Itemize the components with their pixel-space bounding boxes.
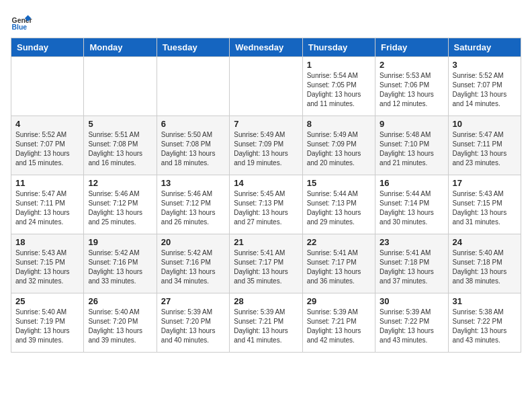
calendar-day-cell: 19Sunrise: 5:42 AM Sunset: 7:16 PM Dayli… xyxy=(84,234,157,293)
day-number: 24 xyxy=(453,237,517,247)
day-number: 23 xyxy=(380,237,443,247)
day-of-week-header: Sunday xyxy=(11,38,84,57)
calendar-day-cell: 16Sunrise: 5:44 AM Sunset: 7:14 PM Dayli… xyxy=(375,175,448,234)
calendar-day-cell: 13Sunrise: 5:46 AM Sunset: 7:12 PM Dayli… xyxy=(157,175,229,234)
calendar-day-cell: 28Sunrise: 5:39 AM Sunset: 7:21 PM Dayli… xyxy=(230,293,302,353)
day-detail: Sunrise: 5:39 AM Sunset: 7:22 PM Dayligh… xyxy=(380,308,443,345)
day-number: 22 xyxy=(307,237,371,247)
day-detail: Sunrise: 5:49 AM Sunset: 7:09 PM Dayligh… xyxy=(234,130,298,168)
calendar-day-cell: 21Sunrise: 5:41 AM Sunset: 7:17 PM Dayli… xyxy=(230,234,302,293)
day-detail: Sunrise: 5:45 AM Sunset: 7:13 PM Dayligh… xyxy=(234,189,298,227)
day-of-week-header: Wednesday xyxy=(230,38,302,57)
calendar-day-cell: 25Sunrise: 5:40 AM Sunset: 7:19 PM Dayli… xyxy=(11,293,84,353)
day-detail: Sunrise: 5:44 AM Sunset: 7:13 PM Dayligh… xyxy=(307,189,371,227)
calendar-header-row: SundayMondayTuesdayWednesdayThursdayFrid… xyxy=(11,38,521,57)
day-detail: Sunrise: 5:54 AM Sunset: 7:05 PM Dayligh… xyxy=(307,71,371,109)
day-detail: Sunrise: 5:43 AM Sunset: 7:15 PM Dayligh… xyxy=(453,189,517,227)
day-number: 16 xyxy=(380,178,443,188)
day-number: 17 xyxy=(453,178,517,188)
day-detail: Sunrise: 5:43 AM Sunset: 7:15 PM Dayligh… xyxy=(15,248,79,286)
day-detail: Sunrise: 5:53 AM Sunset: 7:06 PM Dayligh… xyxy=(380,71,443,109)
day-number: 6 xyxy=(161,119,225,129)
page-header: General Blue xyxy=(11,11,521,32)
calendar-day-cell: 31Sunrise: 5:38 AM Sunset: 7:22 PM Dayli… xyxy=(448,293,521,353)
calendar-week-row: 18Sunrise: 5:43 AM Sunset: 7:15 PM Dayli… xyxy=(11,234,521,293)
calendar-day-cell xyxy=(157,57,229,116)
day-detail: Sunrise: 5:40 AM Sunset: 7:20 PM Dayligh… xyxy=(88,308,152,345)
day-number: 11 xyxy=(15,178,79,188)
calendar-day-cell xyxy=(230,57,302,116)
day-number: 26 xyxy=(88,296,152,306)
day-detail: Sunrise: 5:48 AM Sunset: 7:10 PM Dayligh… xyxy=(380,130,443,168)
logo-icon: General Blue xyxy=(11,11,32,32)
day-detail: Sunrise: 5:41 AM Sunset: 7:18 PM Dayligh… xyxy=(380,248,443,286)
day-detail: Sunrise: 5:39 AM Sunset: 7:21 PM Dayligh… xyxy=(234,308,298,345)
calendar-day-cell: 10Sunrise: 5:47 AM Sunset: 7:11 PM Dayli… xyxy=(448,116,521,175)
day-detail: Sunrise: 5:41 AM Sunset: 7:17 PM Dayligh… xyxy=(307,248,371,286)
day-detail: Sunrise: 5:46 AM Sunset: 7:12 PM Dayligh… xyxy=(161,189,225,227)
calendar-day-cell: 27Sunrise: 5:39 AM Sunset: 7:20 PM Dayli… xyxy=(157,293,229,353)
day-of-week-header: Tuesday xyxy=(157,38,229,57)
day-of-week-header: Monday xyxy=(84,38,157,57)
day-number: 27 xyxy=(161,296,225,306)
calendar-day-cell: 9Sunrise: 5:48 AM Sunset: 7:10 PM Daylig… xyxy=(375,116,448,175)
day-number: 9 xyxy=(380,119,443,129)
day-detail: Sunrise: 5:44 AM Sunset: 7:14 PM Dayligh… xyxy=(380,189,443,227)
day-number: 15 xyxy=(307,178,371,188)
calendar-day-cell: 20Sunrise: 5:42 AM Sunset: 7:16 PM Dayli… xyxy=(157,234,229,293)
calendar-day-cell: 23Sunrise: 5:41 AM Sunset: 7:18 PM Dayli… xyxy=(375,234,448,293)
calendar-day-cell: 1Sunrise: 5:54 AM Sunset: 7:05 PM Daylig… xyxy=(302,57,375,116)
day-number: 7 xyxy=(234,119,298,129)
day-number: 28 xyxy=(234,296,298,306)
day-number: 5 xyxy=(88,119,152,129)
calendar-day-cell: 29Sunrise: 5:39 AM Sunset: 7:21 PM Dayli… xyxy=(302,293,375,353)
calendar-day-cell: 3Sunrise: 5:52 AM Sunset: 7:07 PM Daylig… xyxy=(448,57,521,116)
day-of-week-header: Saturday xyxy=(448,38,521,57)
calendar-day-cell: 30Sunrise: 5:39 AM Sunset: 7:22 PM Dayli… xyxy=(375,293,448,353)
day-number: 18 xyxy=(15,237,79,247)
calendar-day-cell: 12Sunrise: 5:46 AM Sunset: 7:12 PM Dayli… xyxy=(84,175,157,234)
calendar-day-cell: 15Sunrise: 5:44 AM Sunset: 7:13 PM Dayli… xyxy=(302,175,375,234)
day-detail: Sunrise: 5:38 AM Sunset: 7:22 PM Dayligh… xyxy=(453,308,517,345)
day-detail: Sunrise: 5:47 AM Sunset: 7:11 PM Dayligh… xyxy=(453,130,517,168)
day-number: 25 xyxy=(15,296,79,306)
calendar-day-cell xyxy=(11,57,84,116)
day-detail: Sunrise: 5:39 AM Sunset: 7:20 PM Dayligh… xyxy=(161,308,225,345)
calendar-day-cell: 26Sunrise: 5:40 AM Sunset: 7:20 PM Dayli… xyxy=(84,293,157,353)
day-detail: Sunrise: 5:50 AM Sunset: 7:08 PM Dayligh… xyxy=(161,130,225,168)
day-number: 12 xyxy=(88,178,152,188)
calendar-day-cell xyxy=(84,57,157,116)
calendar-day-cell: 7Sunrise: 5:49 AM Sunset: 7:09 PM Daylig… xyxy=(230,116,302,175)
day-detail: Sunrise: 5:42 AM Sunset: 7:16 PM Dayligh… xyxy=(88,248,152,286)
day-number: 21 xyxy=(234,237,298,247)
day-detail: Sunrise: 5:52 AM Sunset: 7:07 PM Dayligh… xyxy=(453,71,517,109)
day-detail: Sunrise: 5:47 AM Sunset: 7:11 PM Dayligh… xyxy=(15,189,79,227)
calendar-day-cell: 22Sunrise: 5:41 AM Sunset: 7:17 PM Dayli… xyxy=(302,234,375,293)
day-number: 2 xyxy=(380,60,443,70)
calendar-day-cell: 5Sunrise: 5:51 AM Sunset: 7:08 PM Daylig… xyxy=(84,116,157,175)
calendar-week-row: 1Sunrise: 5:54 AM Sunset: 7:05 PM Daylig… xyxy=(11,57,521,116)
calendar-week-row: 4Sunrise: 5:52 AM Sunset: 7:07 PM Daylig… xyxy=(11,116,521,175)
logo: General Blue xyxy=(11,11,32,32)
day-number: 4 xyxy=(15,119,79,129)
calendar-day-cell: 17Sunrise: 5:43 AM Sunset: 7:15 PM Dayli… xyxy=(448,175,521,234)
day-number: 10 xyxy=(453,119,517,129)
day-number: 1 xyxy=(307,60,371,70)
day-of-week-header: Thursday xyxy=(302,38,375,57)
calendar-day-cell: 2Sunrise: 5:53 AM Sunset: 7:06 PM Daylig… xyxy=(375,57,448,116)
calendar-week-row: 11Sunrise: 5:47 AM Sunset: 7:11 PM Dayli… xyxy=(11,175,521,234)
calendar-day-cell: 8Sunrise: 5:49 AM Sunset: 7:09 PM Daylig… xyxy=(302,116,375,175)
svg-text:Blue: Blue xyxy=(12,24,28,31)
day-number: 20 xyxy=(161,237,225,247)
calendar-day-cell: 18Sunrise: 5:43 AM Sunset: 7:15 PM Dayli… xyxy=(11,234,84,293)
calendar-day-cell: 14Sunrise: 5:45 AM Sunset: 7:13 PM Dayli… xyxy=(230,175,302,234)
calendar-day-cell: 11Sunrise: 5:47 AM Sunset: 7:11 PM Dayli… xyxy=(11,175,84,234)
day-number: 8 xyxy=(307,119,371,129)
day-number: 31 xyxy=(453,296,517,306)
calendar-day-cell: 6Sunrise: 5:50 AM Sunset: 7:08 PM Daylig… xyxy=(157,116,229,175)
day-detail: Sunrise: 5:40 AM Sunset: 7:18 PM Dayligh… xyxy=(453,248,517,286)
calendar-table: SundayMondayTuesdayWednesdayThursdayFrid… xyxy=(11,38,521,353)
day-detail: Sunrise: 5:39 AM Sunset: 7:21 PM Dayligh… xyxy=(307,308,371,345)
day-detail: Sunrise: 5:52 AM Sunset: 7:07 PM Dayligh… xyxy=(15,130,79,168)
day-number: 14 xyxy=(234,178,298,188)
